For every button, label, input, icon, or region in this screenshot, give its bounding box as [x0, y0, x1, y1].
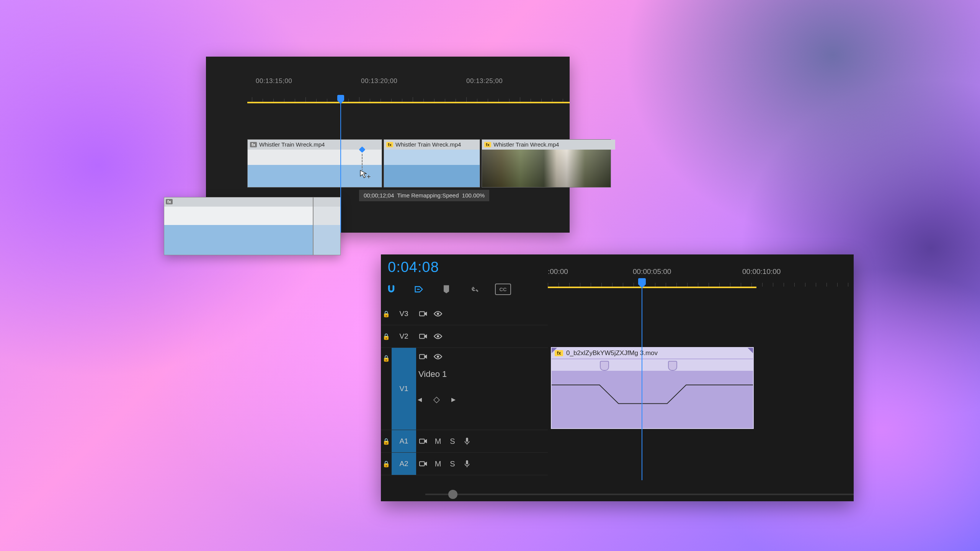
- ruler-tick: [676, 283, 677, 287]
- current-timecode[interactable]: 0:04:08: [388, 259, 439, 276]
- ruler-tick: [327, 99, 327, 102]
- track-output-icon[interactable]: [416, 460, 431, 467]
- clip-whistler-2[interactable]: fx Whistler Train Wreck.mp4: [384, 139, 480, 187]
- ruler-tick: [837, 283, 838, 287]
- ruler-tick: [252, 97, 252, 102]
- lock-icon[interactable]: 🔒: [381, 333, 392, 340]
- mic-icon[interactable]: [460, 437, 474, 445]
- svg-rect-4: [420, 355, 425, 359]
- track-output-icon[interactable]: [416, 438, 431, 445]
- pen-cursor-icon: +: [359, 169, 369, 181]
- mic-icon[interactable]: [460, 460, 474, 468]
- ruler-tick: [359, 97, 359, 102]
- time-remap-tooltip: 00;00;12;04 Time Remapping:Speed 100.00%: [359, 190, 489, 201]
- ruler-tick: [284, 99, 284, 102]
- ruler-tick: [423, 99, 424, 102]
- ruler-tick: [634, 283, 634, 287]
- eye-icon[interactable]: [431, 333, 445, 340]
- track-output-icon[interactable]: [416, 310, 431, 317]
- clip-filename: Whistler Train Wreck.mp4: [395, 140, 461, 150]
- solo-toggle[interactable]: S: [445, 437, 460, 446]
- time-ruler[interactable]: :00:00 00:00:05:00 00:00:10:00: [548, 267, 854, 293]
- clip-whistler-3[interactable]: fx Whistler Train Wreck.mp4: [482, 139, 611, 187]
- ruler-tick: [509, 99, 510, 102]
- mute-toggle[interactable]: M: [431, 460, 445, 468]
- svg-rect-7: [466, 438, 468, 442]
- time-ruler[interactable]: 00:13:15;00 00:13:20;00 00:13:25;00: [206, 70, 570, 104]
- speed-keyframe-handle[interactable]: [600, 361, 609, 371]
- track-source-toggle[interactable]: V3: [392, 303, 416, 325]
- mute-toggle[interactable]: M: [431, 437, 445, 446]
- ruler-tick: [305, 97, 306, 102]
- work-area-bar[interactable]: [548, 287, 756, 288]
- track-source-toggle[interactable]: V2: [392, 325, 416, 347]
- ruler-timecode: :00:00: [548, 267, 568, 276]
- ruler-tick: [569, 283, 570, 287]
- lock-icon[interactable]: 🔒: [381, 438, 392, 445]
- clip-filename: 0_b2xlZyBkYW5jZXJfMg 3.mov: [566, 349, 658, 357]
- wrench-icon[interactable]: [467, 283, 480, 296]
- ruler-tick: [826, 283, 827, 287]
- track-header-v2[interactable]: 🔒 V2: [381, 325, 548, 348]
- scrollbar-thumb[interactable]: [448, 490, 457, 499]
- lock-icon[interactable]: 🔒: [381, 348, 392, 362]
- ruler-tick: [655, 283, 655, 287]
- lock-icon[interactable]: 🔒: [381, 460, 392, 468]
- solo-toggle[interactable]: S: [445, 460, 460, 468]
- prev-keyframe-icon[interactable]: ◂: [418, 395, 422, 404]
- ruler-tick: [552, 99, 552, 102]
- marker-icon[interactable]: [440, 283, 453, 296]
- add-keyframe-icon[interactable]: ◇: [433, 395, 440, 404]
- clip-on-v1[interactable]: fx 0_b2xlZyBkYW5jZXJfMg 3.mov: [551, 347, 754, 429]
- track-header-a2[interactable]: 🔒 A2 M S: [381, 453, 548, 475]
- ruler-tick: [466, 97, 467, 102]
- playhead[interactable]: [340, 99, 341, 233]
- ruler-tick: [498, 99, 499, 102]
- work-area-bar[interactable]: [247, 102, 570, 103]
- playhead[interactable]: [642, 284, 642, 480]
- linked-selection-icon[interactable]: [412, 283, 425, 296]
- ruler-tick: [445, 99, 445, 102]
- ruler-tick: [687, 283, 688, 287]
- eye-icon[interactable]: [431, 353, 445, 360]
- clip-edit-point[interactable]: [313, 197, 314, 255]
- clip-filename: Whistler Train Wreck.mp4: [259, 140, 325, 150]
- track-source-toggle[interactable]: V1: [392, 348, 416, 430]
- track-output-icon[interactable]: [416, 333, 431, 340]
- speed-rubber-band[interactable]: [552, 371, 753, 428]
- track-header-v1[interactable]: 🔒 V1 Video 1 ◂ ◇ ▸: [381, 348, 548, 430]
- svg-rect-9: [466, 460, 468, 465]
- ruler-tick: [295, 99, 295, 102]
- track-lanes[interactable]: fx 0_b2xlZyBkYW5jZXJfMg 3.mov: [548, 303, 854, 486]
- track-source-toggle[interactable]: A2: [392, 453, 416, 475]
- next-keyframe-icon[interactable]: ▸: [451, 395, 456, 404]
- track-output-icon[interactable]: [416, 353, 431, 360]
- fx-badge-icon: fx: [484, 142, 491, 147]
- ruler-tick: [381, 99, 381, 102]
- svg-rect-0: [420, 312, 425, 316]
- floating-clip-fragment[interactable]: fx: [164, 197, 341, 255]
- speed-keyframe-handle[interactable]: [668, 361, 677, 371]
- track-label: Video 1: [418, 369, 456, 379]
- ruler-timecode: 00:13:20;00: [361, 77, 397, 85]
- eye-icon[interactable]: [431, 310, 445, 317]
- ruler-tick: [520, 97, 520, 102]
- horizontal-scrollbar[interactable]: [425, 490, 854, 499]
- lock-icon[interactable]: 🔒: [381, 310, 392, 318]
- track-header-a1[interactable]: 🔒 A1 M S: [381, 430, 548, 453]
- snap-icon[interactable]: [385, 283, 398, 296]
- keyframe-connector: [362, 153, 363, 170]
- ruler-timecode: 00:00:05:00: [633, 267, 671, 276]
- ruler-tick: [698, 283, 698, 287]
- in-point-icon: [552, 348, 557, 353]
- ruler-tick: [666, 283, 666, 287]
- ruler-tick: [273, 99, 274, 102]
- ruler-tick: [816, 283, 816, 287]
- track-header-v3[interactable]: 🔒 V3: [381, 303, 548, 325]
- ruler-tick: [541, 99, 542, 102]
- ruler-tick: [477, 99, 477, 102]
- track-source-toggle[interactable]: A1: [392, 430, 416, 452]
- clip-thumbnail: [482, 150, 611, 187]
- fx-badge-icon: fx: [166, 199, 173, 204]
- captions-icon[interactable]: CC: [495, 284, 511, 295]
